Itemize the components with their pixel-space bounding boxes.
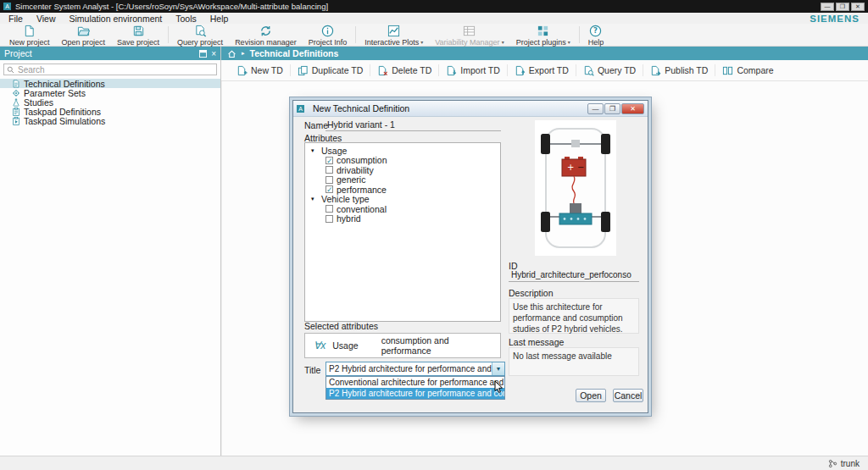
help-button[interactable]: ? Help bbox=[582, 24, 610, 46]
publish-arrow-icon bbox=[650, 65, 661, 76]
tree-item-taskpad-simulations[interactable]: Taskpad Simulations bbox=[0, 116, 220, 125]
export-td-button[interactable]: Export TD bbox=[508, 63, 576, 78]
window-maximize-button[interactable]: ❐ bbox=[836, 3, 849, 11]
home-icon[interactable] bbox=[227, 49, 236, 58]
delete-td-label: Delete TD bbox=[392, 65, 431, 75]
last-message-box: No last message available bbox=[509, 347, 639, 376]
save-project-button[interactable]: Save project bbox=[111, 24, 165, 46]
app-icon: A bbox=[3, 3, 11, 10]
interactive-plots-button[interactable]: Interactive Plots▾ bbox=[359, 24, 429, 46]
title-option-p2-hybrid[interactable]: P2 Hybrid architecture for performance a… bbox=[326, 388, 504, 399]
open-button-label: Open bbox=[580, 390, 602, 401]
project-info-button[interactable]: Project Info bbox=[303, 24, 353, 46]
chevron-down-icon[interactable]: ▾ bbox=[420, 39, 423, 45]
menu-view[interactable]: View bbox=[30, 14, 63, 24]
tree-expander-icon[interactable]: ▾ bbox=[311, 196, 318, 202]
menu-tools[interactable]: Tools bbox=[169, 14, 203, 24]
query-project-button[interactable]: Query project bbox=[171, 24, 229, 46]
new-document-icon bbox=[23, 25, 36, 37]
attribute-label: consumption bbox=[337, 155, 387, 165]
compare-button[interactable]: Compare bbox=[715, 63, 780, 78]
title-option-conventional[interactable]: Conventional architecture for performanc… bbox=[326, 377, 504, 388]
breadcrumb-current: Technical Definitions bbox=[250, 48, 339, 58]
menu-simulation-environment[interactable]: Simulation environment bbox=[63, 14, 170, 24]
clipboard-play-icon bbox=[12, 117, 20, 125]
project-panel-title: Project bbox=[4, 48, 32, 58]
toolbar-separator bbox=[355, 26, 356, 43]
dialog-minimize-button[interactable]: — bbox=[587, 103, 604, 114]
app-titlebar: A Simcenter System Analyst - [C:/Users/r… bbox=[0, 0, 868, 13]
selected-attribute-value: consumption and performance bbox=[381, 335, 500, 356]
project-plugins-button[interactable]: Project plugins▾ bbox=[510, 24, 576, 46]
duplicate-td-button[interactable]: Duplicate TD bbox=[291, 63, 370, 78]
menu-file[interactable]: File bbox=[2, 14, 30, 24]
chevron-down-icon[interactable]: ▾ bbox=[568, 39, 570, 45]
sync-arrows-icon bbox=[259, 25, 272, 37]
dialog-titlebar[interactable]: A New Technical Definition — ❐ ✕ bbox=[293, 101, 648, 117]
query-td-button[interactable]: Query TD bbox=[576, 63, 643, 78]
cancel-button[interactable]: Cancel bbox=[613, 389, 643, 402]
tree-item-technical-definitions[interactable]: Technical Definitions bbox=[0, 79, 220, 88]
publish-td-label: Publish TD bbox=[665, 65, 708, 75]
attributes-tree: ▾ Usage ✓ consumption ✓ drivability ✓ ge… bbox=[304, 142, 501, 322]
search-input[interactable]: Search bbox=[3, 64, 217, 75]
tree-item-taskpad-definitions[interactable]: Taskpad Definitions bbox=[0, 107, 220, 116]
open-project-button[interactable]: Open project bbox=[56, 24, 112, 46]
title-dropdown-list: Conventional architecture for performanc… bbox=[326, 376, 505, 400]
dialog-maximize-button[interactable]: ❐ bbox=[604, 103, 620, 114]
name-field[interactable]: Hybrid variant - 1 bbox=[326, 119, 501, 131]
last-message-text: No last message available bbox=[513, 351, 612, 361]
import-arrow-icon bbox=[446, 65, 457, 76]
toolbar-separator bbox=[579, 26, 580, 43]
attribute-generic[interactable]: ✓ generic bbox=[305, 175, 500, 185]
checkbox[interactable]: ✓ bbox=[326, 185, 333, 193]
attribute-consumption[interactable]: ✓ consumption bbox=[305, 156, 500, 166]
attribute-label: generic bbox=[337, 174, 365, 185]
revision-manager-label: Revision manager bbox=[235, 38, 297, 47]
new-td-button[interactable]: New TD bbox=[230, 63, 290, 78]
menu-help[interactable]: Help bbox=[203, 14, 236, 24]
tree-expander-icon[interactable]: ▾ bbox=[311, 147, 318, 154]
attribute-label: conventional bbox=[337, 204, 387, 214]
group-label: Usage bbox=[321, 146, 347, 156]
new-project-button[interactable]: New project bbox=[3, 24, 56, 46]
attribute-group-usage[interactable]: ▾ Usage bbox=[305, 146, 500, 156]
dialog-icon: A bbox=[297, 105, 304, 113]
variability-manager-label: Variability Manager bbox=[435, 38, 499, 47]
checkbox[interactable]: ✓ bbox=[326, 166, 333, 174]
search-document-icon bbox=[583, 65, 594, 76]
open-button[interactable]: Open bbox=[576, 389, 606, 402]
publish-td-button[interactable]: Publish TD bbox=[643, 63, 715, 78]
checkbox[interactable]: ✓ bbox=[326, 176, 333, 184]
attribute-drivability[interactable]: ✓ drivability bbox=[305, 165, 500, 175]
checkbox[interactable]: ✓ bbox=[326, 205, 333, 213]
option-label: P2 Hybrid architecture for performance a… bbox=[329, 389, 504, 398]
revision-manager-button[interactable]: Revision manager bbox=[229, 24, 303, 46]
import-td-button[interactable]: Import TD bbox=[439, 63, 506, 78]
tree-item-studies[interactable]: Studies bbox=[0, 97, 220, 107]
main-toolbar: New project Open project Save project Qu… bbox=[0, 24, 868, 47]
new-document-icon bbox=[236, 65, 248, 76]
breadcrumb: ▸ Technical Definitions bbox=[221, 47, 868, 60]
attribute-hybrid[interactable]: ✓ hybrid bbox=[305, 214, 500, 224]
attribute-group-vehicle-type[interactable]: ▾ Vehicle type bbox=[305, 195, 500, 205]
tree-item-parameter-sets[interactable]: Parameter Sets bbox=[0, 88, 220, 97]
id-field[interactable]: Hybrid_architecture_perfoconso bbox=[509, 270, 639, 282]
attribute-performance[interactable]: ✓ performance bbox=[305, 185, 500, 195]
title-combobox[interactable]: P2 Hybrid architecture for performance a… bbox=[326, 362, 505, 376]
close-panel-icon[interactable]: × bbox=[211, 50, 216, 58]
checkbox[interactable]: ✓ bbox=[326, 157, 333, 164]
window-close-button[interactable]: ✕ bbox=[851, 3, 865, 11]
clipboard-icon bbox=[12, 108, 20, 116]
chevron-down-icon[interactable]: ▼ bbox=[492, 362, 504, 375]
dialog-close-button[interactable]: ✕ bbox=[621, 103, 644, 114]
breadcrumb-separator-icon: ▸ bbox=[242, 50, 245, 57]
checkbox[interactable]: ✓ bbox=[326, 215, 333, 223]
status-bar: trunk bbox=[0, 456, 868, 470]
delete-td-button[interactable]: Delete TD bbox=[370, 63, 438, 78]
dock-panel-icon[interactable] bbox=[199, 50, 207, 58]
attribute-conventional[interactable]: ✓ conventional bbox=[305, 204, 500, 214]
window-minimize-button[interactable]: — bbox=[821, 3, 834, 11]
tree-item-label: Taskpad Simulations bbox=[24, 116, 105, 126]
new-technical-definition-dialog: A New Technical Definition — ❐ ✕ Name Hy… bbox=[292, 100, 648, 413]
